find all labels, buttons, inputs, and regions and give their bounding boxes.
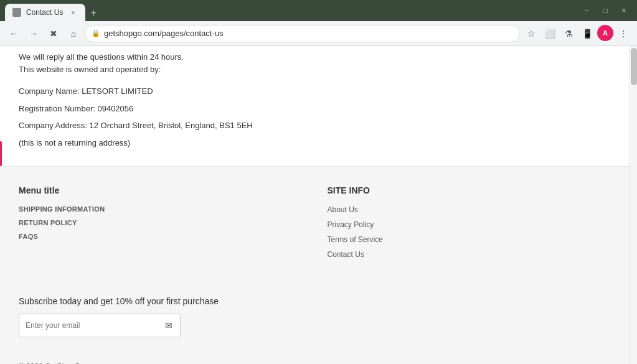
return-policy-link[interactable]: RETURN POLICY — [19, 219, 303, 226]
site-info-title: SITE INFO — [328, 185, 611, 195]
scrollbar-thumb[interactable] — [631, 48, 637, 85]
close-button[interactable]: × — [616, 2, 632, 19]
email-input[interactable] — [19, 321, 158, 330]
footer-menu-col: Menu title SHIPPING INFORMATION RETURN P… — [19, 185, 303, 265]
contact-us-link[interactable]: Contact Us — [328, 250, 611, 259]
company-name: Company Name: LETSORT LIMITED — [19, 85, 611, 98]
terms-of-service-link[interactable]: Terms of Service — [328, 235, 611, 244]
faqs-link[interactable]: FAQS — [19, 233, 303, 240]
shipping-info-link[interactable]: SHIPPING INFORMATION — [19, 205, 303, 213]
intro-text: We will reply all the questions within 2… — [0, 46, 630, 78]
registration-number: Registration Number: 09402056 — [19, 103, 611, 115]
profile-button[interactable]: A — [597, 25, 613, 41]
nav-bar: ← → ✖ ⌂ 🔒 getshopgo.com/pages/contact-us… — [0, 21, 637, 46]
url-text: getshopgo.com/pages/contact-us — [104, 29, 224, 38]
menu-button[interactable]: ⋮ — [615, 25, 632, 42]
bookmark-button[interactable]: ☆ — [522, 25, 540, 42]
minimize-button[interactable]: − — [578, 2, 595, 19]
subscribe-title: Subscribe today and get 10% off your fir… — [19, 296, 611, 306]
nav-actions: ☆ ⬜ ⚗ 📱 A ⋮ — [522, 25, 632, 42]
cast-button[interactable]: 📱 — [578, 25, 596, 42]
intro-line2: This website is owned and operated by: — [19, 63, 611, 76]
new-tab-button[interactable]: + — [85, 5, 101, 21]
home-button[interactable]: ⌂ — [65, 25, 82, 42]
extensions-button[interactable]: ⬜ — [541, 25, 559, 42]
footer-copyright: © 2023 GetShopGo — [0, 350, 630, 364]
footer: Menu title SHIPPING INFORMATION RETURN P… — [0, 166, 630, 296]
back-button[interactable]: ← — [5, 25, 22, 42]
subscribe-section: Subscribe today and get 10% off your fir… — [0, 296, 630, 350]
subscribe-submit-button[interactable]: ✉ — [158, 314, 180, 337]
company-info: Company Name: LETSORT LIMITED Registrati… — [0, 78, 630, 166]
left-indicator — [0, 141, 2, 166]
tab-title: Contact Us — [26, 8, 63, 17]
page-content: We will reply all the questions within 2… — [0, 46, 637, 364]
browser-window: Contact Us × + − □ × ← → ✖ ⌂ 🔒 getshopgo… — [0, 0, 637, 364]
privacy-policy-link[interactable]: Privacy Policy — [328, 220, 611, 229]
footer-site-info-col: SITE INFO About Us Privacy Policy Terms … — [328, 185, 611, 265]
about-us-link[interactable]: About Us — [328, 205, 611, 214]
active-tab[interactable]: Contact Us × — [5, 4, 85, 21]
lab-button[interactable]: ⚗ — [560, 25, 577, 42]
intro-line1: We will reply all the questions within 2… — [19, 51, 611, 63]
title-bar: Contact Us × + − □ × — [0, 0, 637, 21]
lock-icon: 🔒 — [92, 29, 100, 37]
address-bar[interactable]: 🔒 getshopgo.com/pages/contact-us — [85, 25, 520, 42]
returning-address-note: (this is not a returning address) — [19, 137, 611, 149]
company-address: Company Address: 12 Orchard Street, Bris… — [19, 119, 611, 132]
footer-top: Menu title SHIPPING INFORMATION RETURN P… — [19, 185, 611, 265]
maximize-button[interactable]: □ — [597, 2, 613, 19]
tab-favicon — [12, 8, 21, 17]
reload-button[interactable]: ✖ — [45, 25, 62, 42]
content-area: We will reply all the questions within 2… — [0, 46, 630, 364]
subscribe-form: ✉ — [19, 314, 181, 337]
window-controls: − □ × — [578, 2, 632, 19]
forward-button[interactable]: → — [25, 25, 42, 42]
tab-area: Contact Us × + — [5, 0, 576, 21]
page-main: We will reply all the questions within 2… — [0, 46, 630, 364]
tab-close-button[interactable]: × — [68, 7, 78, 17]
scrollbar[interactable] — [630, 46, 637, 364]
menu-title: Menu title — [19, 185, 303, 195]
